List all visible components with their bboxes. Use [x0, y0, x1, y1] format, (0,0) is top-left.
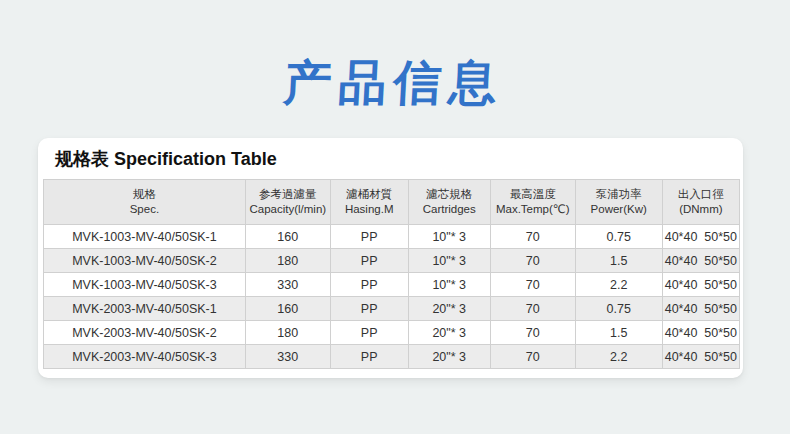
table-cell: 20"* 3 — [408, 297, 490, 321]
table-cell: PP — [330, 273, 408, 297]
table-cell: 10"* 3 — [408, 225, 490, 249]
table-cell: 1.5 — [575, 249, 662, 273]
column-header-zh: 参考過濾量 — [259, 188, 317, 200]
column-header-en: (DNmm) — [679, 203, 722, 215]
spec-table: 规格Spec.参考過濾量Capacity(l/min)濾桶材質Hasing.M濾… — [43, 179, 740, 369]
table-cell: 2.2 — [575, 345, 662, 369]
table-cell: MVK-2003-MV-40/50SK-3 — [44, 345, 246, 369]
table-cell: PP — [330, 225, 408, 249]
table-row: MVK-1003-MV-40/50SK-2180PP10"* 3701.540*… — [44, 249, 740, 273]
table-cell: 0.75 — [575, 225, 662, 249]
column-header-zh: 规格 — [133, 188, 156, 200]
table-cell: 0.75 — [575, 297, 662, 321]
column-header-4: 最高溫度Max.Temp(℃) — [490, 180, 575, 225]
column-header-zh: 最高溫度 — [510, 188, 556, 200]
table-cell: 2.2 — [575, 273, 662, 297]
column-header-0: 规格Spec. — [44, 180, 246, 225]
table-cell: 40*40 50*50 — [662, 273, 739, 297]
column-header-1: 参考過濾量Capacity(l/min) — [245, 180, 330, 225]
table-row: MVK-2003-MV-40/50SK-2180PP20"* 3701.540*… — [44, 321, 740, 345]
table-cell: MVK-1003-MV-40/50SK-1 — [44, 225, 246, 249]
column-header-3: 濾芯規格Cartridges — [408, 180, 490, 225]
table-cell: 70 — [490, 321, 575, 345]
table-cell: 160 — [245, 297, 330, 321]
spec-table-body: MVK-1003-MV-40/50SK-1160PP10"* 3700.7540… — [44, 225, 740, 369]
table-cell: 330 — [245, 345, 330, 369]
table-row: MVK-2003-MV-40/50SK-3330PP20"* 3702.240*… — [44, 345, 740, 369]
header-row: 规格Spec.参考過濾量Capacity(l/min)濾桶材質Hasing.M濾… — [44, 180, 740, 225]
column-header-6: 出入口徑(DNmm) — [662, 180, 739, 225]
table-cell: 180 — [245, 321, 330, 345]
column-header-en: Hasing.M — [345, 203, 394, 215]
table-cell: 70 — [490, 225, 575, 249]
table-cell: MVK-2003-MV-40/50SK-1 — [44, 297, 246, 321]
column-header-zh: 出入口徑 — [678, 188, 724, 200]
page-title: 产品信息 — [0, 0, 790, 112]
table-row: MVK-2003-MV-40/50SK-1160PP20"* 3700.7540… — [44, 297, 740, 321]
table-cell: 40*40 50*50 — [662, 345, 739, 369]
column-header-en: Capacity(l/min) — [249, 203, 326, 215]
table-cell: PP — [330, 249, 408, 273]
column-header-5: 泵浦功率Power(Kw) — [575, 180, 662, 225]
column-header-zh: 泵浦功率 — [596, 188, 642, 200]
table-cell: 20"* 3 — [408, 345, 490, 369]
table-cell: 70 — [490, 345, 575, 369]
table-cell: 1.5 — [575, 321, 662, 345]
table-cell: PP — [330, 345, 408, 369]
table-cell: 160 — [245, 225, 330, 249]
spec-table-header: 规格Spec.参考過濾量Capacity(l/min)濾桶材質Hasing.M濾… — [44, 180, 740, 225]
table-row: MVK-1003-MV-40/50SK-1160PP10"* 3700.7540… — [44, 225, 740, 249]
table-cell: MVK-1003-MV-40/50SK-2 — [44, 249, 246, 273]
column-header-zh: 濾芯規格 — [426, 188, 472, 200]
table-cell: MVK-2003-MV-40/50SK-2 — [44, 321, 246, 345]
table-cell: 70 — [490, 249, 575, 273]
spec-card: 规格表 Specification Table 规格Spec.参考過濾量Capa… — [38, 138, 743, 378]
column-header-en: Power(Kw) — [591, 203, 647, 215]
column-header-en: Cartridges — [423, 203, 476, 215]
table-cell: 40*40 50*50 — [662, 249, 739, 273]
table-cell: PP — [330, 321, 408, 345]
table-cell: 40*40 50*50 — [662, 225, 739, 249]
column-header-2: 濾桶材質Hasing.M — [330, 180, 408, 225]
table-cell: 40*40 50*50 — [662, 297, 739, 321]
table-cell: 70 — [490, 297, 575, 321]
table-row: MVK-1003-MV-40/50SK-3330PP10"* 3702.240*… — [44, 273, 740, 297]
table-cell: 40*40 50*50 — [662, 321, 739, 345]
spec-table-heading: 规格表 Specification Table — [55, 147, 740, 171]
table-cell: 10"* 3 — [408, 273, 490, 297]
column-header-en: Max.Temp(℃) — [496, 203, 570, 215]
column-header-en: Spec. — [130, 203, 159, 215]
page: 产品信息 规格表 Specification Table 规格Spec.参考過濾… — [0, 0, 790, 378]
table-cell: 180 — [245, 249, 330, 273]
table-cell: MVK-1003-MV-40/50SK-3 — [44, 273, 246, 297]
table-cell: 330 — [245, 273, 330, 297]
table-cell: 10"* 3 — [408, 249, 490, 273]
table-cell: 70 — [490, 273, 575, 297]
table-cell: 20"* 3 — [408, 321, 490, 345]
table-cell: PP — [330, 297, 408, 321]
column-header-zh: 濾桶材質 — [346, 188, 392, 200]
